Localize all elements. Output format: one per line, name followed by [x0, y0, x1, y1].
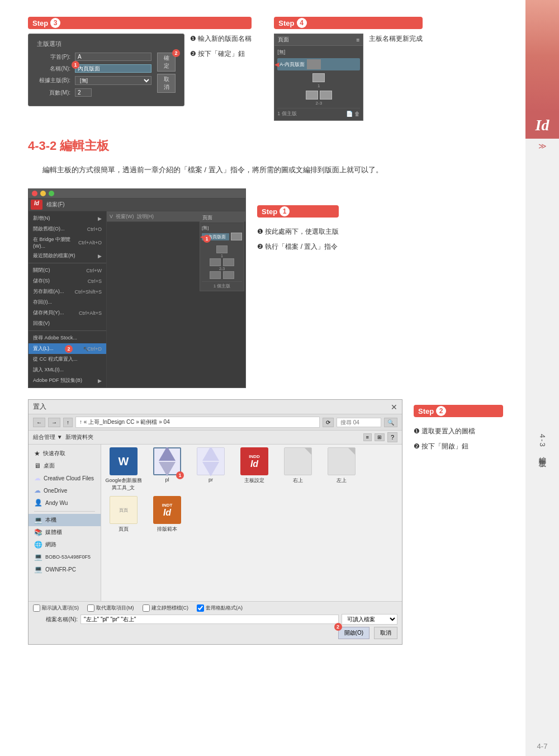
file-indd[interactable]: INDD Id 主板設定	[235, 447, 274, 492]
sep1	[29, 263, 106, 263]
fd-refresh[interactable]: ⟳	[323, 418, 334, 427]
menu-file[interactable]: 檔案(F)	[44, 200, 68, 210]
menu-checkin[interactable]: 存回(I)...	[29, 297, 106, 308]
cancel-button[interactable]: 取消	[157, 74, 176, 93]
fd-path: ↑ « 上哥_InDesign CC » 範例檔 » 04	[75, 417, 320, 428]
app-menubar: Id 檔案(F)	[29, 199, 245, 211]
file-name-indt: 排版範本	[157, 526, 177, 533]
menu-saveas[interactable]: 另存新檔(A)... Ctrl+Shift+S	[29, 286, 106, 297]
menu-recent[interactable]: 最近開啟的檔案(R) ▶	[29, 251, 106, 261]
chk-show-options[interactable]	[33, 604, 40, 612]
tri-outline-1	[202, 447, 219, 461]
sidebar-cc[interactable]: ☁ Creative Cloud Files	[29, 472, 101, 484]
file-word[interactable]: W Google創新服務 異工具_文	[104, 447, 143, 492]
menu-revert[interactable]: 回復(V)	[29, 318, 106, 329]
file-rightup[interactable]: 右上	[278, 447, 318, 492]
chk-apply-grid[interactable]	[197, 604, 204, 612]
name-input[interactable]	[75, 64, 151, 73]
page-thumb-3	[320, 91, 332, 100]
checkbox-apply-grid: 套用格點格式(A)	[197, 604, 243, 612]
fd-search-btn[interactable]: 🔍	[384, 418, 397, 427]
file-indt[interactable]: INDT Id 排版範本	[148, 496, 187, 533]
section-body: 編輯主板的方式很簡單，透過前一章介紹的「檔案 / 置入」指令，將所需的圖或文編排…	[28, 163, 503, 177]
page-num-23: 2-3	[202, 267, 242, 271]
file-name-leftup: 左上	[337, 477, 347, 484]
fd-view-list[interactable]: ≡	[363, 433, 372, 441]
file-yeye[interactable]: 頁頁 頁頁	[104, 496, 143, 533]
sidebar-quickaccess[interactable]: ★ 快速存取	[29, 447, 101, 460]
menu-close[interactable]: 關閉(C) Ctrl+W	[29, 265, 106, 276]
menu-save[interactable]: 儲存(S) Ctrl+S	[29, 276, 106, 286]
file-name-pr: pr	[209, 477, 213, 483]
sidebar-sep	[34, 511, 95, 512]
fd-back[interactable]: ←	[33, 418, 45, 427]
prefix-input[interactable]	[75, 53, 151, 61]
fd-footer: 顯示讀入選項(S) 取代選取項目(M) 建立靜態標檔(C) 套用格點格	[29, 601, 402, 644]
indesign-window: Id 檔案(F) 新增(N) ▶ 開啟舊檔(O)... Ctrl+O 在 Bri…	[28, 188, 246, 388]
sidebar-andywu[interactable]: 👤 Andy Wu	[29, 497, 101, 509]
menu-bridge[interactable]: 在 Bridge 中瀏覽(W)... Ctrl+Alt+O	[29, 234, 106, 251]
menu-new[interactable]: 新增(N) ▶	[29, 213, 106, 224]
pages-area: 1 2-3	[277, 73, 360, 106]
app-left-panel: 新增(N) ▶ 開啟舊檔(O)... Ctrl+O 在 Bridge 中瀏覽(W…	[29, 211, 107, 388]
step2-note2: ❷ 按下「開啟」鈕	[414, 441, 503, 452]
file-name-pl: pl	[165, 477, 169, 483]
open-button[interactable]: 開啟(O) 2	[338, 627, 369, 639]
menu-pdf[interactable]: Adobe PDF 預設集(B) ▶	[29, 375, 106, 386]
file-pr[interactable]: pr	[191, 447, 230, 492]
menu-savecopy[interactable]: 儲存拷貝(Y)... Ctrl+Alt+S	[29, 308, 106, 318]
app-titlebar	[29, 189, 245, 199]
filename-input[interactable]	[80, 615, 339, 624]
file-leftup[interactable]: 左上	[322, 447, 361, 492]
rpp-footer: 1 個主版	[202, 281, 242, 289]
tri-outline-2	[202, 462, 219, 476]
tri-icon-pr	[197, 447, 225, 475]
sidebar-desktop[interactable]: 🖥 桌面	[29, 460, 101, 472]
sep2	[29, 330, 106, 331]
rpp-header: 頁面	[200, 213, 244, 223]
master-select[interactable]: [無]	[75, 76, 151, 85]
fd-body: ★ 快速存取 🖥 桌面 ☁ Creative Cloud Files ☁	[29, 445, 402, 601]
sidebar-id-badge: Id	[525, 112, 559, 139]
file-dialog-row: 置入 ✕ ← → ↑ ↑ « 上哥_InDesign CC » 範例檔 » 04…	[28, 399, 503, 645]
sidebar-network[interactable]: 🌐 網路	[29, 538, 101, 551]
yellow-icon: 頁頁	[110, 496, 138, 524]
sidebar-bobo[interactable]: 💻 BOBO-53A498F0F5	[29, 551, 101, 563]
step1-note1: ❶ 按此處兩下，使選取主版	[257, 226, 339, 237]
filetype-select[interactable]: 可讀入檔案	[342, 614, 397, 625]
chk-create-static[interactable]	[143, 604, 150, 612]
fd-forward[interactable]: →	[48, 418, 60, 427]
file-pl[interactable]: pl 1	[148, 447, 187, 492]
fd-new-folder[interactable]: 新增資料夾	[65, 433, 93, 441]
fd-org-label: 組合管理 ▼	[33, 433, 63, 441]
close-btn[interactable]	[32, 191, 37, 196]
page-5	[223, 271, 234, 279]
sidebar-onedrive[interactable]: ☁ OneDrive	[29, 484, 101, 497]
main-content: Step 3 主版選項 字首(P): 名稱(N):	[0, 0, 525, 667]
sidebar-ownfr[interactable]: 💻 OWNFR-PC	[29, 563, 101, 575]
panel-btn1[interactable]: 📄	[346, 111, 353, 117]
menu-place-cc[interactable]: 從 CC 程式庫置入...	[29, 354, 106, 365]
chk-replace[interactable]	[87, 604, 94, 612]
maximize-btn[interactable]	[49, 191, 54, 196]
fd-help[interactable]: ?	[387, 432, 397, 442]
menu-xml[interactable]: 讀入 XML(I)...	[29, 365, 106, 375]
menu-place[interactable]: 置入(L)... Ctrl+D 2 ↖	[29, 343, 106, 354]
page-2	[210, 258, 221, 266]
app-right-panel: V 視窗(W) 說明(H) 頁面 [無] A-內	[107, 211, 245, 388]
menu-open[interactable]: 開啟舊檔(O)... Ctrl+O	[29, 224, 106, 234]
minimize-btn[interactable]	[40, 191, 46, 196]
fd-view-grid[interactable]: ⊞	[375, 433, 385, 441]
fd-search[interactable]	[337, 418, 381, 427]
panel-btn2[interactable]: 🗑	[354, 111, 360, 117]
prefix-label: 字首(P):	[37, 53, 70, 61]
fd-up[interactable]: ↑	[63, 418, 73, 427]
pages-input[interactable]	[75, 88, 92, 97]
sidebar-library[interactable]: 📚 媒體櫃	[29, 526, 101, 538]
cancel-button-dialog[interactable]: 取消	[374, 627, 397, 639]
fd-close[interactable]: ✕	[391, 403, 397, 412]
sidebar-accent	[525, 0, 559, 112]
file-dialog-wrapper: 置入 ✕ ← → ↑ ↑ « 上哥_InDesign CC » 範例檔 » 04…	[28, 399, 402, 645]
sidebar-computer[interactable]: 💻 本機	[29, 514, 101, 526]
menu-stock[interactable]: 搜尋 Adobe Stock...	[29, 333, 106, 343]
